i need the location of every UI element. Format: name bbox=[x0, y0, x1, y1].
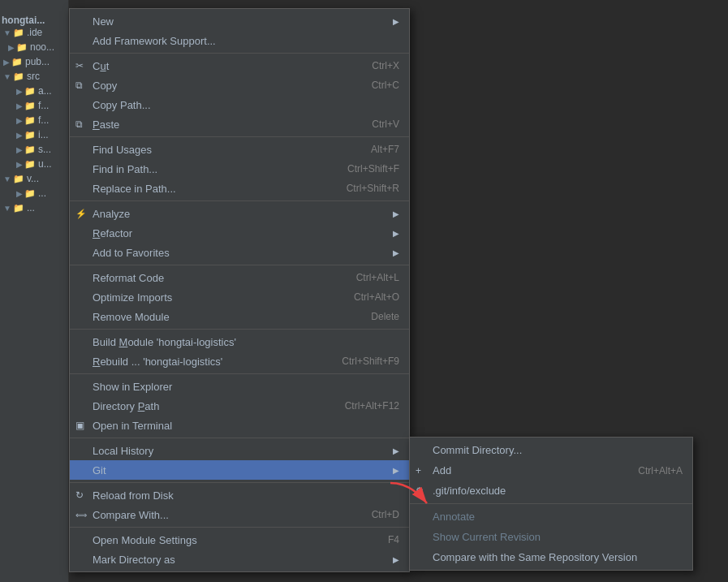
tree-label: pub... bbox=[25, 56, 50, 67]
tree-label: src bbox=[27, 71, 40, 82]
tree-item-s[interactable]: ▶ 📁 s... bbox=[0, 142, 68, 157]
menu-item-open-in-terminal[interactable]: ▣ Open in Terminal bbox=[70, 416, 409, 435]
tree-label: a... bbox=[38, 85, 52, 97]
tree-item-f1[interactable]: ▶ 📁 f... bbox=[0, 98, 68, 113]
tree-label: v... bbox=[27, 173, 39, 184]
cut-icon: ✂ bbox=[75, 60, 84, 71]
shortcut-label: Ctrl+D bbox=[372, 509, 399, 520]
menu-separator bbox=[70, 373, 409, 374]
menu-item-paste[interactable]: ⧉ Paste Ctrl+V bbox=[70, 114, 409, 134]
tree-arrow: ▶ bbox=[16, 116, 23, 125]
analyze-icon: ⚡ bbox=[75, 209, 87, 219]
tree-label: ... bbox=[38, 188, 46, 199]
tree-item-v[interactable]: ▼ 📁 v... bbox=[0, 171, 68, 186]
tree-label: s... bbox=[38, 144, 51, 155]
context-menu: New ▶ Add Framework Support... ✂ Cut Ctr… bbox=[69, 8, 410, 572]
compare-icon: ⟺ bbox=[75, 511, 87, 519]
menu-item-git[interactable]: Git ▶ bbox=[70, 460, 409, 480]
tree-arrow: ▼ bbox=[3, 175, 11, 183]
tree-item-i[interactable]: ▶ 📁 i... bbox=[0, 127, 68, 142]
menu-item-mark-directory[interactable]: Mark Directory as ▶ bbox=[70, 550, 409, 569]
menu-item-label: Add to Favorites bbox=[93, 247, 393, 259]
menu-item-remove-module[interactable]: Remove Module Delete bbox=[70, 307, 409, 326]
menu-item-label: Compare with the Same Repository Version bbox=[433, 551, 683, 563]
menu-item-find-usages[interactable]: Find Usages Alt+F7 bbox=[70, 140, 409, 159]
menu-item-label: Annotate bbox=[433, 511, 683, 523]
menu-item-refactor[interactable]: Refactor ▶ bbox=[70, 223, 409, 243]
menu-item-label: Show in Explorer bbox=[93, 381, 399, 393]
folder-icon: 📁 bbox=[16, 42, 28, 53]
menu-item-label: Add Framework Support... bbox=[93, 35, 399, 47]
tree-item-a[interactable]: ▶ 📁 a... bbox=[0, 84, 68, 98]
menu-item-open-module-settings[interactable]: Open Module Settings F4 bbox=[70, 530, 409, 550]
git-menu-item-commit-dir[interactable]: Commit Directory... bbox=[410, 440, 692, 460]
tree-item-f2[interactable]: ▶ 📁 f... bbox=[0, 113, 68, 127]
menu-separator bbox=[70, 136, 409, 137]
menu-item-label: Git bbox=[93, 464, 393, 476]
menu-item-local-history[interactable]: Local History ▶ bbox=[70, 441, 409, 460]
tree-label: noo... bbox=[30, 41, 54, 53]
tree-item-ide[interactable]: ▼ 📁 .ide bbox=[0, 25, 68, 40]
tree-arrow: ▶ bbox=[16, 160, 23, 169]
tree-item-src[interactable]: ▼ 📁 src bbox=[0, 69, 68, 84]
tree-item-sub[interactable]: ▶ 📁 ... bbox=[0, 186, 68, 200]
tree-arrow: ▶ bbox=[16, 101, 23, 110]
copy-icon: ⧉ bbox=[75, 80, 83, 91]
tree-arrow: ▼ bbox=[3, 72, 11, 81]
menu-item-reload[interactable]: ↻ Reload from Disk bbox=[70, 485, 409, 505]
menu-item-add-framework[interactable]: Add Framework Support... bbox=[70, 31, 409, 50]
menu-item-reformat-code[interactable]: Reformat Code Ctrl+Alt+L bbox=[70, 268, 409, 287]
menu-item-optimize-imports[interactable]: Optimize Imports Ctrl+Alt+O bbox=[70, 287, 409, 307]
add-icon: + bbox=[416, 465, 421, 476]
shortcut-label: Ctrl+X bbox=[372, 60, 399, 71]
shortcut-label: Ctrl+Shift+F bbox=[347, 163, 399, 175]
tree-arrow: ▶ bbox=[16, 131, 23, 140]
menu-item-label: Build Module 'hongtai-logistics' bbox=[93, 336, 399, 348]
menu-item-replace-in-path[interactable]: Replace in Path... Ctrl+Shift+R bbox=[70, 179, 409, 198]
menu-item-label: Paste bbox=[93, 119, 372, 131]
tree-label: ... bbox=[27, 202, 35, 213]
menu-item-label: Replace in Path... bbox=[93, 183, 347, 195]
shortcut-label: Ctrl+Shift+F9 bbox=[342, 356, 399, 367]
tree-item-noo[interactable]: ▶ 📁 noo... bbox=[0, 40, 68, 54]
shortcut-label: Ctrl+V bbox=[372, 119, 399, 130]
menu-item-label: Directory Path bbox=[93, 400, 345, 412]
tree-item-bottom[interactable]: ▼ 📁 ... bbox=[0, 200, 68, 215]
tree-label: .ide bbox=[27, 27, 42, 38]
git-menu-item-git-info-exclude[interactable]: ⚙ .git/info/exclude bbox=[410, 481, 692, 501]
menu-item-show-in-explorer[interactable]: Show in Explorer bbox=[70, 377, 409, 396]
menu-item-rebuild-module[interactable]: Rebuild ... 'hongtai-logistics' Ctrl+Shi… bbox=[70, 351, 409, 371]
menu-item-label: Cut bbox=[93, 60, 372, 72]
menu-item-copy-path[interactable]: Copy Path... bbox=[70, 95, 409, 114]
menu-separator bbox=[70, 53, 409, 54]
menu-item-add-to-favorites[interactable]: Add to Favorites ▶ bbox=[70, 243, 409, 262]
git-menu-item-add[interactable]: + Add Ctrl+Alt+A bbox=[410, 460, 692, 481]
menu-item-label: Refactor bbox=[93, 227, 393, 239]
git-menu-item-show-current-revision[interactable]: Show Current Revision bbox=[410, 527, 692, 547]
menu-separator bbox=[410, 503, 692, 504]
git-menu-item-annotate[interactable]: Annotate bbox=[410, 507, 692, 527]
tree-item-u[interactable]: ▶ 📁 u... bbox=[0, 157, 68, 171]
menu-item-new[interactable]: New ▶ bbox=[70, 11, 409, 31]
git-menu-item-compare-same-repo[interactable]: Compare with the Same Repository Version bbox=[410, 547, 692, 567]
folder-icon: 📁 bbox=[13, 203, 24, 213]
menu-item-compare-with[interactable]: ⟺ Compare With... Ctrl+D bbox=[70, 505, 409, 524]
folder-icon: 📁 bbox=[13, 28, 24, 38]
menu-item-analyze[interactable]: ⚡ Analyze ▶ bbox=[70, 204, 409, 223]
tree-arrow: ▶ bbox=[16, 189, 23, 198]
menu-item-cut[interactable]: ✂ Cut Ctrl+X bbox=[70, 56, 409, 75]
submenu-arrow-icon: ▶ bbox=[393, 466, 399, 475]
folder-icon: 📁 bbox=[24, 101, 36, 111]
menu-separator bbox=[70, 265, 409, 265]
menu-item-label: Rebuild ... 'hongtai-logistics' bbox=[93, 356, 342, 368]
menu-item-label: Remove Module bbox=[93, 311, 371, 323]
menu-item-directory-path[interactable]: Directory Path Ctrl+Alt+F12 bbox=[70, 396, 409, 416]
menu-item-copy[interactable]: ⧉ Copy Ctrl+C bbox=[70, 75, 409, 95]
project-name: hongtai... bbox=[2, 15, 69, 26]
terminal-icon: ▣ bbox=[75, 420, 84, 431]
menu-item-build-module[interactable]: Build Module 'hongtai-logistics' bbox=[70, 332, 409, 351]
git-submenu: Commit Directory... + Add Ctrl+Alt+A ⚙ .… bbox=[409, 437, 693, 571]
shortcut-label: Ctrl+Alt+L bbox=[356, 272, 399, 283]
menu-item-find-in-path[interactable]: Find in Path... Ctrl+Shift+F bbox=[70, 159, 409, 179]
tree-item-pub[interactable]: ▶ 📁 pub... bbox=[0, 54, 68, 69]
